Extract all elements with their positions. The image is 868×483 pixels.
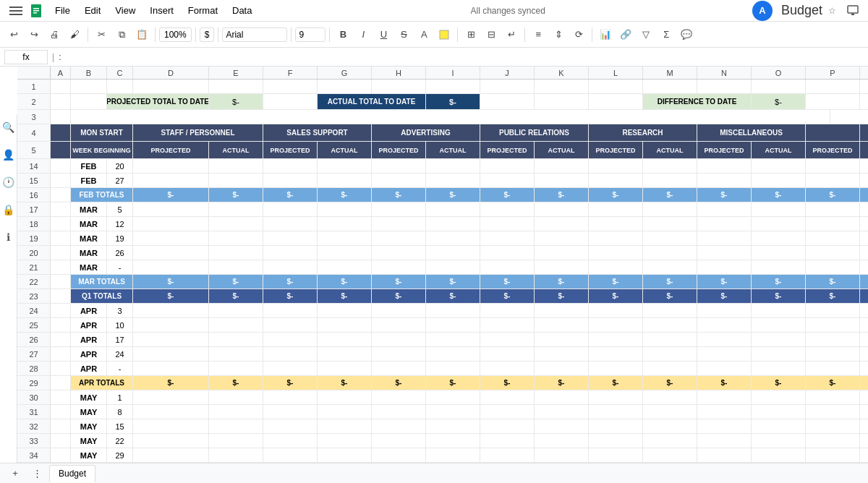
cell-data-7[interactable] — [535, 246, 589, 260]
cell-data-8[interactable] — [589, 231, 643, 245]
cell-data-0[interactable] — [133, 318, 209, 332]
menu-file[interactable]: File — [49, 2, 76, 19]
cell-data-4[interactable] — [372, 231, 426, 245]
cell-data-6[interactable] — [480, 174, 535, 187]
totals-val-2[interactable]: $- — [263, 188, 318, 202]
cell-data-5[interactable] — [426, 333, 480, 346]
cell-data-9[interactable] — [643, 304, 697, 317]
sub-act-1[interactable]: ACTUAL — [209, 142, 263, 158]
cell-1g[interactable] — [318, 80, 372, 93]
cell-data-7[interactable] — [535, 159, 589, 173]
cell-data-6[interactable] — [480, 159, 535, 173]
actual-total-value[interactable]: $- — [426, 94, 480, 109]
cell-data-6[interactable] — [480, 246, 535, 260]
sub-act-6[interactable]: ACTUAL — [752, 142, 806, 158]
cell-data-8[interactable] — [589, 246, 643, 260]
cell-month[interactable]: APR — [71, 333, 107, 346]
cell-data-7[interactable] — [535, 347, 589, 361]
present-icon[interactable] — [843, 1, 862, 20]
cell-data-7[interactable] — [535, 174, 589, 187]
cell-data-6[interactable] — [480, 333, 535, 346]
col-header-h[interactable]: H — [372, 67, 426, 79]
cell-data-1[interactable] — [209, 217, 263, 231]
cell-data-5[interactable] — [426, 231, 480, 245]
cell-a[interactable] — [51, 174, 71, 187]
cell-data-0[interactable] — [133, 448, 209, 462]
cell-day[interactable]: 15 — [107, 419, 133, 433]
cell-data-5[interactable] — [426, 260, 480, 274]
link-button[interactable]: 🔗 — [616, 25, 635, 44]
cell-data-13[interactable] — [860, 362, 868, 375]
cell-data-13[interactable] — [860, 260, 868, 274]
q1-val-4[interactable]: $- — [372, 289, 426, 303]
cell-data-9[interactable] — [643, 448, 697, 462]
apr-val-7[interactable]: $- — [535, 376, 589, 390]
cell-a[interactable] — [51, 362, 71, 375]
cell-data-11[interactable] — [752, 231, 806, 245]
col-header-j[interactable]: J — [480, 67, 535, 79]
bold-button[interactable]: B — [333, 25, 352, 44]
cell-data-3[interactable] — [318, 318, 372, 332]
cell-5a[interactable] — [51, 142, 71, 158]
cell-3rest[interactable] — [71, 110, 830, 124]
cell-data-13[interactable] — [860, 318, 868, 332]
strikethrough-button[interactable]: S — [394, 25, 413, 44]
cell-data-13[interactable] — [860, 347, 868, 361]
cell-data-9[interactable] — [643, 405, 697, 419]
totals-val-0[interactable]: $- — [133, 275, 209, 288]
cell-1f[interactable] — [263, 80, 318, 93]
cell-month[interactable]: MAY — [71, 448, 107, 462]
q1-val-8[interactable]: $- — [589, 289, 643, 303]
cell-a[interactable] — [51, 405, 71, 419]
cell-4a[interactable] — [51, 124, 71, 141]
sub-proj-2[interactable]: PROJECTED — [263, 142, 318, 158]
redo-button[interactable]: ↪ — [25, 25, 43, 44]
apr-val-8[interactable]: $- — [589, 376, 643, 390]
cell-data-6[interactable] — [480, 304, 535, 317]
cell-month[interactable]: MAR — [71, 231, 107, 245]
paint-format-button[interactable]: 🖌 — [65, 25, 84, 44]
cell-data-11[interactable] — [752, 202, 806, 216]
cell-data-10[interactable] — [697, 405, 752, 419]
diff-total-value[interactable]: $- — [752, 94, 806, 109]
cell-data-1[interactable] — [209, 304, 263, 317]
cell-data-5[interactable] — [426, 390, 480, 404]
cell-data-4[interactable] — [372, 419, 426, 433]
rotate-button[interactable]: ⟳ — [569, 25, 588, 44]
add-sheet-button[interactable]: + — [6, 464, 25, 483]
cell-data-8[interactable] — [589, 448, 643, 462]
header-sales[interactable]: SALES SUPPORT — [263, 124, 372, 141]
col-header-b[interactable]: B — [71, 67, 107, 79]
cell-a[interactable] — [51, 231, 71, 245]
q1-val-0[interactable]: $- — [133, 289, 209, 303]
cell-data-3[interactable] — [318, 231, 372, 245]
sub-proj-7[interactable]: PROJECTED — [806, 142, 860, 158]
italic-button[interactable]: I — [354, 25, 373, 44]
cell-data-4[interactable] — [372, 304, 426, 317]
sidebar-search-icon[interactable]: 🔍 — [0, 117, 19, 137]
cell-day[interactable]: 29 — [107, 448, 133, 462]
cell-data-12[interactable] — [806, 174, 860, 187]
cell-data-6[interactable] — [480, 202, 535, 216]
cell-data-10[interactable] — [697, 419, 752, 433]
cell-month[interactable]: APR — [71, 318, 107, 332]
q1-val-10[interactable]: $- — [697, 289, 752, 303]
cell-month[interactable]: FEB — [71, 159, 107, 173]
highlight-color-button[interactable] — [435, 25, 454, 44]
cell-data-2[interactable] — [263, 390, 318, 404]
cell-data-1[interactable] — [209, 434, 263, 448]
cell-data-13[interactable] — [860, 174, 868, 187]
menu-insert[interactable]: Insert — [144, 2, 179, 19]
totals-val-2[interactable]: $- — [263, 275, 318, 288]
col-header-f[interactable]: F — [263, 67, 318, 79]
cell-data-3[interactable] — [318, 333, 372, 346]
cell-data-4[interactable] — [372, 246, 426, 260]
header-misc[interactable]: MISCELLANEOUS — [697, 124, 806, 141]
totals-val-12[interactable]: $- — [806, 275, 860, 288]
cell-data-13[interactable] — [860, 390, 868, 404]
cell-data-0[interactable] — [133, 246, 209, 260]
cell-data-5[interactable] — [426, 318, 480, 332]
cell-data-8[interactable] — [589, 202, 643, 216]
sub-act-2[interactable]: ACTUAL — [318, 142, 372, 158]
cell-data-2[interactable] — [263, 333, 318, 346]
